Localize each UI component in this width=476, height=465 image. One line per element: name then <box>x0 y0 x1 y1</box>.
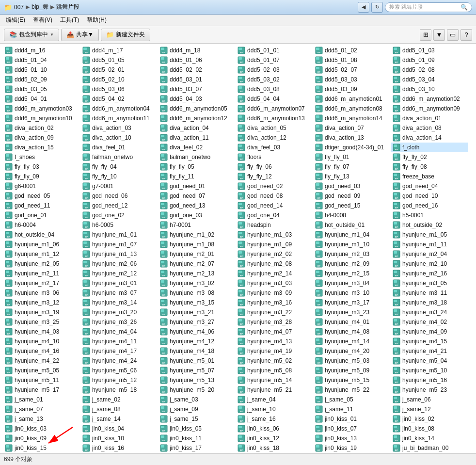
file-item[interactable]: BIP jin0_kiss_08 <box>391 424 468 433</box>
file-item[interactable]: BIP f_cloth <box>391 143 468 152</box>
file-item[interactable]: BIP ddd5_04_01 <box>3 94 80 104</box>
file-item[interactable]: BIP floors <box>236 152 313 162</box>
file-item[interactable]: BIP diva_action_07 <box>313 123 391 133</box>
file-item[interactable]: BIP god_need_13 <box>158 201 236 210</box>
file-item[interactable]: BIP ddd6_m_anymotion01 <box>313 94 391 104</box>
file-item[interactable]: BIP god_need_12 <box>80 201 158 210</box>
file-item[interactable]: BIP f_shoes <box>3 152 80 162</box>
file-item[interactable]: BIP hyunjune_m4_18 <box>158 346 236 356</box>
breadcrumb-007[interactable]: 007 <box>14 4 24 11</box>
file-item[interactable]: BIP fly_fly_11 <box>158 172 236 181</box>
file-item[interactable]: BIP fly_fly_05 <box>158 162 236 172</box>
file-item[interactable]: BIP ddd5_03_05 <box>3 84 80 94</box>
file-item[interactable]: BIP hyunjune_m4_11 <box>80 337 158 346</box>
file-item[interactable]: BIP hyunjune_m4_24 <box>80 356 158 366</box>
file-item[interactable]: BIP hyunjune_m3_20 <box>80 307 158 317</box>
file-item[interactable]: BIP god_need_15 <box>313 201 391 210</box>
file-item[interactable]: BIP j_same_01 <box>3 395 80 404</box>
file-item[interactable]: BIP jin0_kiss_06 <box>236 424 313 433</box>
file-item[interactable]: BIP fly_fly_09 <box>3 172 80 181</box>
file-item[interactable]: BIP ju_bi_badman_00 <box>313 453 391 453</box>
file-item[interactable]: BIP jin0_kiss_09 <box>3 433 80 443</box>
file-item[interactable]: BIP god_need_02 <box>236 181 313 191</box>
menu-tools[interactable]: 工具(T) <box>56 15 83 25</box>
file-item[interactable]: BIP god_need_10 <box>391 191 468 201</box>
file-item[interactable]: BIP hyunjune_m4_01 <box>313 317 391 327</box>
file-item[interactable]: BIP ddd6_m_anymotion10 <box>3 113 80 123</box>
file-item[interactable]: BIP hyunjune_m5_13 <box>158 375 236 385</box>
file-item[interactable]: BIP hyunjune_m2_07 <box>158 259 236 269</box>
new-folder-button[interactable]: 📁 新建文件夹 <box>101 29 150 41</box>
file-item[interactable]: BIP hyunjune_m2_14 <box>236 269 313 278</box>
file-item[interactable]: BIP ddd5_02_10 <box>80 75 158 84</box>
file-item[interactable]: BIP j_same_05 <box>313 395 391 404</box>
file-item[interactable]: BIP hyunjune_m3_17 <box>313 298 391 307</box>
file-item[interactable]: BIP diva_action_04 <box>158 123 236 133</box>
file-item[interactable]: BIP j_same_07 <box>3 404 80 414</box>
file-item[interactable]: BIP hyunjune_m1_05 <box>391 230 468 240</box>
file-item[interactable]: BIP diva_action_10 <box>80 133 158 143</box>
view-large-icons-button[interactable]: ⊞ <box>420 29 431 41</box>
file-item[interactable]: BIP ddd6_m_anymotion08 <box>313 104 391 113</box>
file-item[interactable]: BIP hyunjune_m3_19 <box>3 307 80 317</box>
file-item[interactable]: BIP hyunjune_m3_18 <box>391 298 468 307</box>
file-item[interactable]: BIP hyunjune_m1_02 <box>158 230 236 240</box>
file-item[interactable]: BIP failman_onetwo <box>80 152 158 162</box>
file-item[interactable]: BIP hyunjune_m5_14 <box>236 375 313 385</box>
file-item[interactable]: BIP hyunjune_m1_03 <box>236 230 313 240</box>
file-item[interactable]: BIP hyunjune_m1_11 <box>391 240 468 249</box>
file-item[interactable]: BIP ddd5_03_01 <box>158 75 236 84</box>
file-item[interactable]: BIP hyunjune_m4_21 <box>391 346 468 356</box>
menu-help[interactable]: 帮助(H) <box>83 15 111 25</box>
file-item[interactable]: BIP god_need_05 <box>3 191 80 201</box>
file-item[interactable]: BIP diva_action_05 <box>236 123 313 133</box>
view-pane-button[interactable]: ▭ <box>447 29 459 41</box>
file-item[interactable]: BIP jin0_kiss_17 <box>158 443 236 453</box>
file-item[interactable]: BIP jin0_kiss_19 <box>313 443 391 453</box>
file-item[interactable]: BIP j_same_10 <box>236 404 313 414</box>
file-item[interactable]: BIP hyunjune_m5_15 <box>313 375 391 385</box>
file-item[interactable]: BIP god_one_02 <box>80 210 158 220</box>
file-item[interactable]: BIP j_same_14 <box>80 414 158 424</box>
share-button[interactable]: 📤 共享▼ <box>61 29 99 41</box>
file-item[interactable]: BIP ju_bi_badman_00 <box>3 453 80 453</box>
file-item[interactable]: BIP fly_fly_13 <box>313 172 391 181</box>
file-item[interactable]: BIP hyunjune_m2_03 <box>313 249 391 259</box>
file-item[interactable]: BIP ddd4_m_18 <box>158 46 236 55</box>
file-item[interactable]: BIP hyunjune_m1_13 <box>80 249 158 259</box>
file-item[interactable]: BIP hyunjune_m3_28 <box>236 317 313 327</box>
file-item[interactable]: BIP fly_fly_07 <box>313 162 391 172</box>
file-item[interactable]: BIP diva_action_12 <box>236 133 313 143</box>
file-item[interactable]: BIP hot_outside_02 <box>391 220 468 230</box>
file-item[interactable]: BIP hyunjune_m2_06 <box>80 259 158 269</box>
file-item[interactable]: BIP jin0_kiss_02 <box>391 414 468 424</box>
file-item[interactable]: BIP ddd6_m_anymotion07 <box>236 104 313 113</box>
file-item[interactable]: BIP hyunjune_m3_10 <box>313 288 391 298</box>
file-item[interactable]: BIP ddd6_m_anymotion04 <box>80 104 158 113</box>
file-item[interactable]: BIP diva_action_08 <box>391 123 468 133</box>
file-item[interactable]: BIP hyunjune_m1_12 <box>3 249 80 259</box>
file-item[interactable]: BIP god_one_03 <box>158 210 236 220</box>
file-item[interactable]: BIP ddd6_m_anymotion05 <box>158 104 236 113</box>
file-item[interactable]: BIP diva_action_11 <box>158 133 236 143</box>
file-item[interactable]: BIP jin0_kiss_11 <box>158 433 236 443</box>
file-item[interactable]: BIP god_need_09 <box>313 191 391 201</box>
file-item[interactable]: BIP hyunjune_m4_13 <box>236 337 313 346</box>
file-item[interactable]: BIP hyunjune_m5_17 <box>3 385 80 395</box>
file-item[interactable]: BIP hyunjune_m3_25 <box>3 317 80 327</box>
file-item[interactable]: BIP ddd5_01_10 <box>3 65 80 75</box>
file-item[interactable]: BIP fly_fly_10 <box>80 172 158 181</box>
file-item[interactable]: BIP failman_onetwo <box>158 152 236 162</box>
file-item[interactable]: BIP god_need_07 <box>158 191 236 201</box>
file-item[interactable]: BIP j_same_04 <box>236 395 313 404</box>
file-item[interactable]: BIP hyunjune_m4_09 <box>391 327 468 337</box>
file-item[interactable]: BIP fly_fly_08 <box>391 162 468 172</box>
file-item[interactable]: BIP hyunjune_m3_27 <box>158 317 236 327</box>
file-item[interactable]: BIP god_one_01 <box>3 210 80 220</box>
file-item[interactable]: BIP hyunjune_m4_20 <box>313 346 391 356</box>
file-item[interactable]: BIP ddd4_m_16 <box>3 46 80 55</box>
file-item[interactable]: BIP hyunjune_m3_06 <box>3 288 80 298</box>
file-item[interactable]: BIP dtiger_good(24-34)_01 <box>313 143 391 152</box>
file-item[interactable]: BIP diva_feel_03 <box>236 143 313 152</box>
file-item[interactable]: BIP hyunjune_m5_04 <box>391 356 468 366</box>
